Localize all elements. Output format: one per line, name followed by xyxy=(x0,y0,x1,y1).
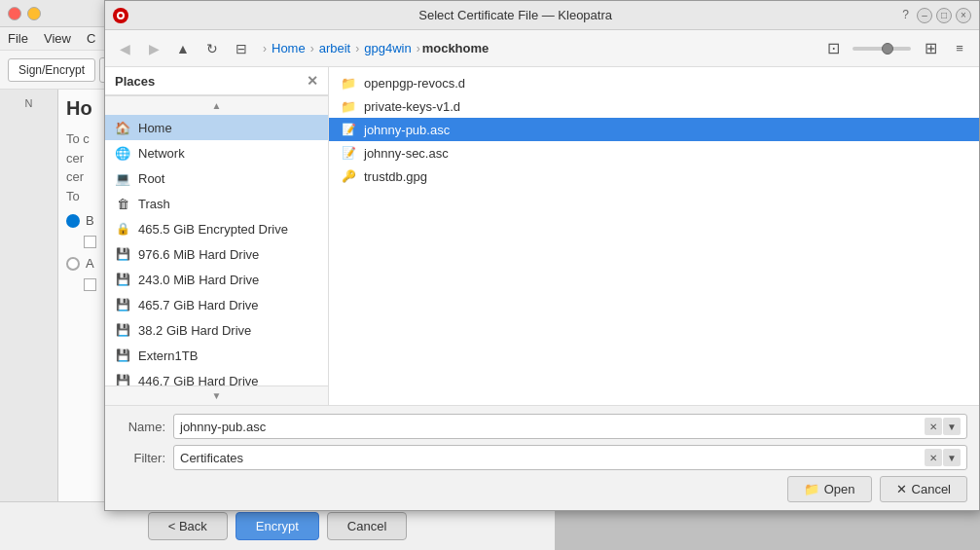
open-button[interactable]: 📁 Open xyxy=(787,476,872,502)
hdd-5-icon xyxy=(115,373,130,385)
menu-file[interactable]: File xyxy=(8,31,28,46)
place-home-label: Home xyxy=(138,121,172,135)
place-hdd-5[interactable]: 446.7 GiB Hard Drive xyxy=(105,368,328,385)
breadcrumb-current: mockhome xyxy=(422,41,490,55)
view-grid-btn[interactable]: ⊡ xyxy=(819,36,847,61)
place-hdd-3-label: 465.7 GiB Hard Drive xyxy=(138,298,259,312)
breadcrumb-home[interactable]: Home xyxy=(269,39,309,57)
places-header: Places ✕ xyxy=(105,67,328,95)
nav-forward-btn[interactable]: ▶ xyxy=(140,36,167,61)
hdd-4-icon xyxy=(115,322,130,338)
home-icon xyxy=(115,120,130,135)
file-name-0: openpgp-revocs.d xyxy=(364,76,465,91)
file-johnny-sec[interactable]: johnny-sec.asc xyxy=(329,141,979,165)
place-encrypted-drive-label: 465.5 GiB Encrypted Drive xyxy=(138,222,288,237)
place-hdd-1[interactable]: 976.6 MiB Hard Drive xyxy=(105,241,328,267)
dialog-view-btns: ⊡ ⊞ ≡ xyxy=(819,36,973,61)
file-name-1: private-keys-v1.d xyxy=(364,99,460,114)
bg-close-btn[interactable] xyxy=(8,7,21,20)
dialog-minimize-btn[interactable]: – xyxy=(917,8,932,23)
name-input-btns: ✕ ▼ xyxy=(925,418,961,435)
file-private-keys[interactable]: private-keys-v1.d xyxy=(329,94,979,118)
kleopatra-icon xyxy=(113,8,128,23)
dialog-footer: Name: johnny-pub.asc ✕ ▼ Filter: Certifi… xyxy=(105,405,979,510)
bg-minimize-btn[interactable] xyxy=(27,7,41,20)
nav-back-btn[interactable]: ◀ xyxy=(111,36,138,61)
name-input[interactable]: johnny-pub.asc ✕ ▼ xyxy=(173,414,967,439)
file-dialog: Select Certificate File — Kleopatra ? – … xyxy=(104,0,980,511)
back-button[interactable]: < Back xyxy=(148,512,228,540)
breadcrumb-sep-3: › xyxy=(417,42,420,55)
breadcrumb-gpg4win[interactable]: gpg4win xyxy=(361,39,414,57)
bg-checkbox-2[interactable] xyxy=(84,278,96,291)
cancel-label: Cancel xyxy=(912,482,951,496)
place-root[interactable]: Root xyxy=(105,165,328,191)
dialog-titlebar: Select Certificate File — Kleopatra ? – … xyxy=(105,1,979,30)
filter-input[interactable]: Certificates ✕ ▼ xyxy=(173,445,967,470)
place-trash[interactable]: Trash xyxy=(105,191,328,216)
places-close-btn[interactable]: ✕ xyxy=(307,73,318,89)
cancel-icon: ✕ xyxy=(896,482,907,496)
hdd-1-icon xyxy=(115,246,130,262)
place-hdd-4[interactable]: 38.2 GiB Hard Drive xyxy=(105,317,328,343)
place-hdd-1-label: 976.6 MiB Hard Drive xyxy=(138,247,259,262)
nav-up-btn[interactable]: ▲ xyxy=(169,36,197,61)
breadcrumb-sep-0: › xyxy=(263,42,267,55)
filter-dropdown-btn[interactable]: ▼ xyxy=(943,449,961,466)
place-hdd-2-label: 243.0 MiB Hard Drive xyxy=(138,273,259,287)
view-details-btn[interactable]: ≡ xyxy=(946,36,973,61)
bg-radio-b-circle xyxy=(66,214,80,228)
file-asc-icon-0 xyxy=(341,122,356,137)
sign-encrypt-btn[interactable]: Sign/Encrypt xyxy=(8,58,95,82)
nav-refresh-btn[interactable]: ↻ xyxy=(199,36,226,61)
nav-preview-btn[interactable]: ⊟ xyxy=(228,36,255,61)
file-name-3: johnny-sec.asc xyxy=(364,146,449,161)
bg-radio-b-label: B xyxy=(86,213,94,228)
dialog-toolbar: ◀ ▶ ▲ ↻ ⊟ › Home › arbeit › gpg4win › mo… xyxy=(105,30,979,67)
breadcrumb-arbeit[interactable]: arbeit xyxy=(316,39,354,57)
folder-icon-0 xyxy=(341,75,356,91)
name-dropdown-btn[interactable]: ▼ xyxy=(943,418,961,435)
file-openpgp-revocs[interactable]: openpgp-revocs.d xyxy=(329,71,979,94)
place-extern1tb-label: Extern1TB xyxy=(138,348,198,363)
file-trustdb[interactable]: trustdb.gpg xyxy=(329,165,979,188)
places-list: Home Network Root Trash 465.5 GiB Encryp… xyxy=(105,115,328,385)
file-johnny-pub[interactable]: johnny-pub.asc xyxy=(329,118,979,141)
filter-clear-btn[interactable]: ✕ xyxy=(925,449,942,466)
dialog-help-btn[interactable]: ? xyxy=(902,8,909,23)
dialog-action-row: 📁 Open ✕ Cancel xyxy=(117,476,967,502)
open-icon: 📁 xyxy=(804,482,819,496)
dialog-close-btn[interactable]: × xyxy=(956,8,971,23)
root-icon xyxy=(115,170,130,186)
cancel-button-dialog[interactable]: ✕ Cancel xyxy=(880,476,967,502)
place-encrypted-drive[interactable]: 465.5 GiB Encrypted Drive xyxy=(105,216,328,241)
place-hdd-2[interactable]: 243.0 MiB Hard Drive xyxy=(105,267,328,292)
files-panel: openpgp-revocs.d private-keys-v1.d johnn… xyxy=(329,67,979,405)
places-scroll-up[interactable]: ▲ xyxy=(105,95,328,115)
dialog-body: Places ✕ ▲ Home Network Root xyxy=(105,67,979,405)
zoom-slider[interactable] xyxy=(853,47,911,51)
place-hdd-5-label: 446.7 GiB Hard Drive xyxy=(138,374,259,386)
dialog-maximize-btn[interactable]: □ xyxy=(936,8,952,23)
open-label: Open xyxy=(824,482,855,496)
hdd-3-icon xyxy=(115,297,130,312)
place-root-label: Root xyxy=(138,171,164,186)
view-list-btn[interactable]: ⊞ xyxy=(917,36,944,61)
place-network[interactable]: Network xyxy=(105,140,328,165)
menu-view[interactable]: View xyxy=(44,31,71,46)
bg-radio-a-circle xyxy=(66,257,80,271)
bg-radio-a-label: A xyxy=(86,256,94,271)
places-scroll-down[interactable]: ▼ xyxy=(105,385,328,405)
place-extern1tb[interactable]: Extern1TB xyxy=(105,343,328,368)
breadcrumb-sep-2: › xyxy=(355,42,359,55)
place-hdd-3[interactable]: 465.7 GiB Hard Drive xyxy=(105,292,328,317)
name-clear-btn[interactable]: ✕ xyxy=(925,418,942,435)
place-home[interactable]: Home xyxy=(105,115,328,140)
bg-checkbox-1[interactable] xyxy=(84,236,96,248)
menu-c[interactable]: C xyxy=(87,31,95,46)
cancel-button-bg[interactable]: Cancel xyxy=(327,512,407,540)
dialog-title: Select Certificate File — Kleopatra xyxy=(128,8,902,22)
encrypt-button[interactable]: Encrypt xyxy=(236,512,319,540)
filter-label: Filter: xyxy=(117,451,165,465)
place-trash-label: Trash xyxy=(138,197,170,211)
